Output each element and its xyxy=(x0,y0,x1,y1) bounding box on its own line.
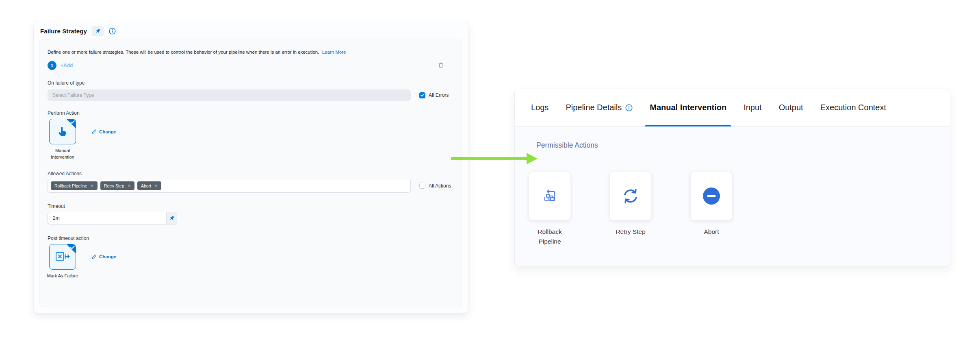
tab-manual-intervention[interactable]: Manual Intervention xyxy=(650,89,726,126)
pointer-arrow-shaft xyxy=(451,157,527,160)
delete-strategy-icon[interactable] xyxy=(438,62,444,68)
perform-action-value: Manual Intervention xyxy=(44,148,81,161)
screenshot-root: Failure Strategy Define one or more fail… xyxy=(0,0,980,340)
manual-intervention-selection: Manual Intervention xyxy=(49,119,76,161)
retry-step-button[interactable] xyxy=(609,172,652,220)
tag-rollback-pipeline[interactable]: Rollback Pipeline xyxy=(51,181,98,190)
panel-title: Failure Strategy xyxy=(40,28,87,35)
failure-strategy-header: Failure Strategy xyxy=(34,21,468,36)
failure-strategy-form: Define one or more failure strategies. T… xyxy=(39,39,462,307)
action-abort: Abort xyxy=(690,172,733,246)
selected-check-icon xyxy=(70,120,75,124)
perform-action-row: Manual Intervention Change xyxy=(48,119,453,161)
pin-icon xyxy=(169,215,175,221)
retry-icon xyxy=(622,187,640,205)
tab-output[interactable]: Output xyxy=(779,89,803,126)
action-label: Retry Step xyxy=(616,227,645,237)
tag-remove-icon[interactable] xyxy=(154,184,158,188)
change-post-timeout-button[interactable]: Change xyxy=(91,254,116,260)
all-errors-option[interactable]: All Errors xyxy=(419,92,449,98)
info-icon xyxy=(625,104,633,111)
permissible-actions-heading: Permissible Actions xyxy=(536,141,950,150)
permissible-actions-row: Rollback Pipeline Retry Step Abort xyxy=(529,172,950,246)
all-errors-checkbox[interactable] xyxy=(419,92,425,98)
tag-label: Rollback Pipeline xyxy=(54,183,87,188)
action-label: Rollback Pipeline xyxy=(529,227,570,246)
post-timeout-label: Post timeout action xyxy=(48,235,453,241)
tag-label: Abort xyxy=(141,183,151,188)
tab-label: Input xyxy=(744,103,761,112)
tag-remove-icon[interactable] xyxy=(91,184,94,188)
check-icon xyxy=(421,94,425,97)
action-retry-step: Retry Step xyxy=(609,172,652,246)
timeout-label: Timeout xyxy=(48,203,453,209)
on-failure-label: On failure of type xyxy=(48,80,453,86)
perform-action-label: Perform Action xyxy=(48,110,453,116)
all-actions-option[interactable]: All Actions xyxy=(419,183,451,189)
pencil-icon xyxy=(91,129,97,134)
mark-as-failure-selection: Mark As Failure xyxy=(49,244,76,279)
info-icon[interactable] xyxy=(109,28,116,35)
change-label: Change xyxy=(99,254,116,259)
timeout-pin-button[interactable] xyxy=(166,212,177,224)
manual-intervention-body: Permissible Actions Rollback Pipeline Re… xyxy=(515,126,950,246)
tab-label: Manual Intervention xyxy=(650,103,726,112)
selected-check-icon xyxy=(70,246,75,249)
description-body: Define one or more failure strategies. T… xyxy=(48,50,319,54)
change-action-button[interactable]: Change xyxy=(91,129,116,135)
change-label: Change xyxy=(99,129,116,134)
tag-abort[interactable]: Abort xyxy=(137,181,162,190)
manual-intervention-card[interactable] xyxy=(49,119,76,144)
tag-remove-icon[interactable] xyxy=(128,184,131,188)
action-rollback-pipeline: Rollback Pipeline xyxy=(529,172,571,246)
tab-logs[interactable]: Logs xyxy=(531,89,549,126)
strategy-index-badge[interactable]: 1 xyxy=(48,61,56,70)
all-actions-checkbox[interactable] xyxy=(419,183,425,189)
tab-label: Output xyxy=(779,103,803,112)
post-timeout-row: Mark As Failure Change xyxy=(48,244,453,279)
add-strategy-button[interactable]: +Add xyxy=(61,63,73,68)
failure-type-row: Select Failure Type All Errors xyxy=(48,89,453,101)
tab-label: Execution Context xyxy=(820,103,886,112)
abort-button[interactable] xyxy=(690,172,733,220)
pin-icon xyxy=(95,28,101,34)
all-errors-label: All Errors xyxy=(429,92,449,98)
allowed-actions-input[interactable]: Rollback Pipeline Retry Step Abort xyxy=(48,179,411,193)
strategy-list-row: 1 +Add xyxy=(48,61,453,70)
description-text: Define one or more failure strategies. T… xyxy=(48,49,453,55)
timeout-value: 2m xyxy=(53,215,60,221)
failure-type-select[interactable]: Select Failure Type xyxy=(48,89,411,101)
tab-label: Logs xyxy=(531,103,549,112)
tab-label: Pipeline Details xyxy=(566,103,622,112)
timeout-input[interactable]: 2m xyxy=(48,212,166,224)
tag-label: Retry Step xyxy=(104,183,124,188)
post-timeout-value: Mark As Failure xyxy=(44,273,81,279)
step-details-tab-bar: Logs Pipeline Details Manual Interventio… xyxy=(515,89,950,126)
learn-more-link[interactable]: Learn More xyxy=(322,50,346,54)
failure-type-placeholder: Select Failure Type xyxy=(52,92,94,98)
failure-strategy-panel: Failure Strategy Define one or more fail… xyxy=(34,21,468,313)
mark-as-failure-card[interactable] xyxy=(49,244,76,270)
tab-input[interactable]: Input xyxy=(744,89,761,126)
action-label: Abort xyxy=(704,227,719,237)
allowed-actions-row: Rollback Pipeline Retry Step Abort All A… xyxy=(48,179,453,193)
tag-retry-step[interactable]: Retry Step xyxy=(100,181,134,190)
abort-icon xyxy=(702,187,720,205)
rollback-pipeline-icon xyxy=(542,188,558,204)
all-actions-label: All Actions xyxy=(429,183,451,189)
pointer-arrow-head xyxy=(527,153,538,164)
rollback-pipeline-button[interactable] xyxy=(529,172,571,220)
allowed-actions-label: Allowed Actions xyxy=(48,171,453,177)
tab-execution-context[interactable]: Execution Context xyxy=(820,89,886,126)
step-details-panel: Logs Pipeline Details Manual Interventio… xyxy=(514,89,950,266)
timeout-row: 2m xyxy=(48,212,453,224)
pin-button[interactable] xyxy=(92,26,104,36)
pencil-icon xyxy=(91,254,97,259)
tab-pipeline-details[interactable]: Pipeline Details xyxy=(566,89,633,126)
